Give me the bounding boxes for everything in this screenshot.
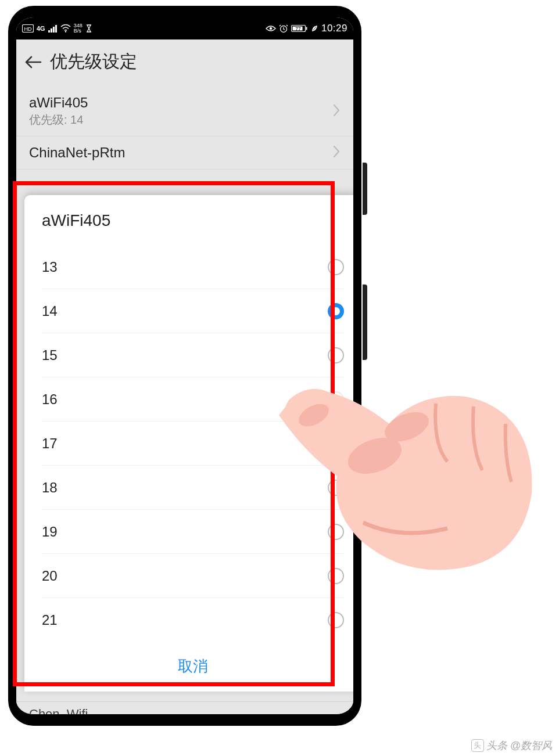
- watermark: 头 头条 @数智风: [471, 739, 552, 753]
- hd-icon: HD: [22, 24, 34, 33]
- wifi-item-chinanet[interactable]: ChinaNet-pRtm: [16, 136, 353, 170]
- hourglass-icon: [85, 24, 92, 33]
- option-21[interactable]: 21: [42, 598, 344, 642]
- alarm-icon: [279, 24, 288, 33]
- svg-rect-10: [306, 27, 307, 30]
- network-4g-icon: 4G: [37, 25, 45, 32]
- wifi-name: ChinaNet-pRtm: [29, 145, 125, 161]
- svg-point-6: [64, 31, 66, 32]
- chevron-right-icon: [332, 103, 341, 120]
- wifi-name: aWiFi405: [29, 95, 88, 111]
- battery-icon: 77: [291, 24, 307, 33]
- wifi-item-partial: Chen_Wifi: [16, 701, 353, 714]
- radio-selected-icon: [328, 303, 344, 319]
- svg-rect-4: [53, 27, 55, 33]
- back-button[interactable]: [24, 53, 42, 71]
- cancel-button[interactable]: 取消: [24, 642, 361, 692]
- radio-icon: [328, 612, 344, 628]
- dialog-title: aWiFi405: [24, 199, 361, 245]
- option-13[interactable]: 13: [42, 245, 344, 289]
- pointing-hand-illustration: [273, 360, 540, 581]
- svg-point-7: [270, 27, 273, 30]
- signal-bars-icon: [48, 24, 58, 33]
- network-speed: 348B/s: [74, 23, 83, 34]
- svg-text:77: 77: [295, 26, 301, 32]
- clock-time: 10:29: [321, 23, 347, 34]
- leaf-icon: [310, 24, 318, 33]
- svg-rect-3: [51, 28, 52, 33]
- chevron-right-icon: [332, 145, 341, 161]
- svg-text:HD: HD: [24, 26, 32, 32]
- watermark-icon: 头: [471, 739, 484, 752]
- wifi-priority: 优先级: 14: [29, 112, 88, 128]
- page-header: 优先级设定: [16, 39, 353, 87]
- phone-side-button: [363, 163, 367, 215]
- svg-rect-5: [55, 25, 57, 33]
- radio-icon: [328, 259, 344, 275]
- option-14[interactable]: 14: [42, 289, 344, 333]
- status-bar: HD 4G 348B/s 77: [16, 17, 353, 39]
- phone-side-button: [363, 285, 367, 360]
- page-title: 优先级设定: [50, 50, 137, 74]
- eye-icon: [266, 25, 276, 32]
- wifi-icon: [60, 24, 71, 33]
- wifi-item-awifi405[interactable]: aWiFi405 优先级: 14: [16, 87, 353, 136]
- svg-rect-2: [48, 30, 50, 33]
- wifi-list: aWiFi405 优先级: 14 ChinaNet-pRtm: [16, 87, 353, 170]
